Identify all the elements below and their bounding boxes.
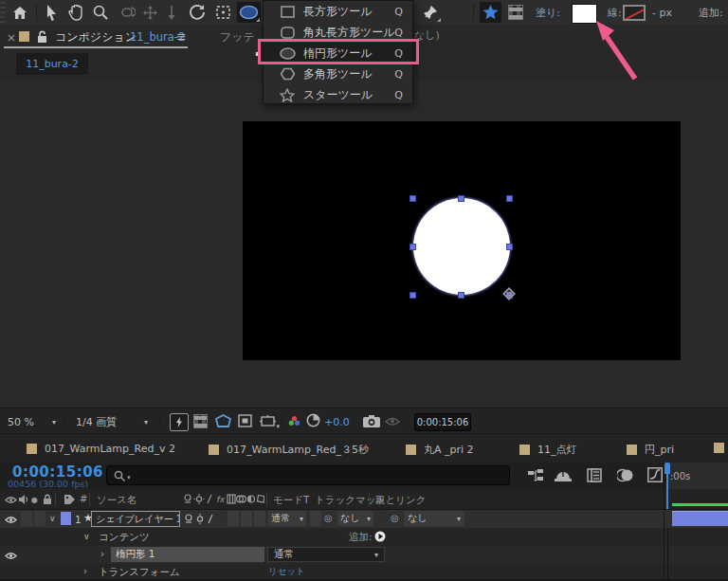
selection-tool-icon[interactable] xyxy=(42,3,61,22)
comp-tab[interactable]: 017_WarmLamp_Red_３5秒 xyxy=(209,443,369,457)
lock-column-icon[interactable] xyxy=(42,493,52,505)
preserve-transparency-column-label[interactable]: T xyxy=(303,495,309,505)
matte-pickwhip-icon[interactable]: ◎ xyxy=(324,514,333,523)
fill-label[interactable]: 塗り: xyxy=(536,8,560,18)
add-property-button[interactable] xyxy=(374,531,386,542)
create-mask-toggle[interactable] xyxy=(508,5,523,20)
comp-icon[interactable] xyxy=(714,443,724,453)
transform-reset-link[interactable]: リセット xyxy=(268,567,305,576)
transform-label[interactable]: トランスフォーム xyxy=(99,567,180,577)
motion-blur-icon[interactable] xyxy=(616,467,634,483)
guide-options-icon[interactable]: ▾ xyxy=(259,413,277,428)
add-label[interactable]: 追加: xyxy=(699,8,723,18)
ellipse-name-cell[interactable]: 楕円形 1 xyxy=(111,547,264,562)
ellipse-blend-mode-dropdown[interactable]: 通常▾ xyxy=(267,547,385,562)
frame-blend-icon[interactable] xyxy=(586,467,603,483)
show-snapshot-icon[interactable] xyxy=(384,414,401,427)
region-of-interest-icon[interactable] xyxy=(237,413,253,428)
layer-visibility-eye-icon[interactable] xyxy=(4,515,17,524)
transform-expand-chevron[interactable]: › xyxy=(83,567,87,576)
orbit-camera-tool-icon[interactable] xyxy=(118,4,136,21)
panel-title[interactable]: コンポジション xyxy=(55,31,136,43)
ellipse-expand-chevron[interactable]: › xyxy=(100,550,104,559)
mini-flowchart-icon[interactable] xyxy=(527,468,544,483)
parent-pickwhip-icon[interactable]: ◎ xyxy=(391,514,399,523)
unlock-icon[interactable] xyxy=(35,29,48,45)
handle-mid-right[interactable] xyxy=(506,244,513,250)
audio-cell[interactable] xyxy=(21,511,32,526)
comp-tab[interactable]: 円_pri xyxy=(627,443,674,457)
playhead-line[interactable] xyxy=(666,473,668,509)
source-name-column-label[interactable]: ソース名 xyxy=(97,495,137,505)
hand-tool-icon[interactable] xyxy=(65,3,86,22)
draft-3d-icon[interactable] xyxy=(554,467,573,483)
parent-link-column-label[interactable]: 親とリンク xyxy=(375,495,426,505)
number-column-label[interactable]: # xyxy=(80,495,87,504)
preserve-transparency-cell[interactable] xyxy=(310,511,321,526)
channel-select-icon[interactable] xyxy=(287,414,301,427)
layer-name-field[interactable]: シェイプレイヤー 1 xyxy=(91,511,180,527)
layer-label-color[interactable] xyxy=(61,512,71,525)
handle-top-right[interactable] xyxy=(506,195,513,202)
contents-expand-chevron[interactable]: ∨ xyxy=(83,533,90,541)
blend-mode-dropdown[interactable]: 通常▾ xyxy=(268,511,306,526)
solo-cell[interactable] xyxy=(34,511,46,526)
exposure-icon[interactable] xyxy=(305,412,321,428)
panel-grip[interactable] xyxy=(0,2,6,23)
solo-column-icon[interactable]: ● xyxy=(31,497,38,504)
home-icon[interactable] xyxy=(9,4,30,21)
ellipse-property-row[interactable]: › 楕円形 1 通常▾ xyxy=(0,546,728,564)
resolution-select[interactable]: 1/4 画質 xyxy=(76,417,117,427)
composition-viewer[interactable] xyxy=(0,81,728,408)
comp-nav-tab[interactable]: 11_bura-2 xyxy=(16,53,88,75)
handle-bottom-center[interactable] xyxy=(458,292,464,299)
pan-camera-tool-icon[interactable] xyxy=(140,4,159,21)
layer-duration-bar[interactable] xyxy=(672,511,728,526)
handle-top-left[interactable] xyxy=(410,195,416,202)
menu-item-star-tool[interactable]: スターツール Q xyxy=(264,84,412,105)
mask-visibility-icon[interactable] xyxy=(213,412,232,430)
audio-column-icon[interactable] xyxy=(17,493,29,505)
property-visibility-eye-icon[interactable] xyxy=(4,551,17,560)
fast-preview-icon[interactable] xyxy=(170,413,189,431)
snapshot-camera-icon[interactable] xyxy=(362,414,381,428)
transform-row[interactable]: › トランスフォーム リセット xyxy=(0,564,728,579)
composition-canvas[interactable] xyxy=(243,121,681,360)
rotation-tool-icon[interactable] xyxy=(188,3,207,22)
switch-cell[interactable] xyxy=(241,511,252,526)
transparency-grid-icon[interactable] xyxy=(193,414,208,428)
switch-cell[interactable] xyxy=(228,511,239,526)
graph-editor-icon[interactable] xyxy=(646,466,664,483)
shape-tool-button[interactable] xyxy=(237,2,261,23)
close-panel-icon[interactable]: × xyxy=(7,32,16,44)
menu-item-polygon-tool[interactable]: 多角形ツール Q xyxy=(264,64,412,84)
footage-tab[interactable]: フッテ xyxy=(220,31,255,43)
puppet-pin-tool-icon[interactable] xyxy=(420,2,441,23)
comp-tab[interactable]: 11_点灯 xyxy=(519,443,577,457)
preview-time-display[interactable]: 0:00:15:06 xyxy=(414,413,471,431)
zoom-tool-icon[interactable] xyxy=(91,3,110,22)
dolly-camera-tool-icon[interactable] xyxy=(163,4,180,21)
track-matte-dropdown[interactable]: なし▾ xyxy=(337,511,373,526)
comp-tab[interactable]: 丸A _pri 2 xyxy=(406,443,474,457)
layer-switches-icons[interactable] xyxy=(184,513,222,525)
comp-tab[interactable]: 017_WarmLamp_Red_v 2 xyxy=(27,443,175,455)
contents-label[interactable]: コンテンツ xyxy=(99,532,150,542)
handle-top-center[interactable] xyxy=(458,195,464,202)
contents-row[interactable]: ∨ コンテンツ 追加: xyxy=(0,528,728,546)
menu-item-rectangle-tool[interactable]: 長方形ツール Q xyxy=(264,1,412,22)
timeline-panel-divider[interactable] xyxy=(664,463,664,581)
ellipse-shape[interactable] xyxy=(413,198,510,295)
handle-bottom-left[interactable] xyxy=(410,292,416,299)
current-timecode[interactable]: 0:00:15:06 xyxy=(12,465,103,480)
create-shape-toggle[interactable] xyxy=(480,2,501,23)
switches-column-icons[interactable]: fx xyxy=(183,493,264,505)
layer-row[interactable]: ∨ 1 ★ シェイプレイヤー 1 通常▾ ◎ なし▾ ◎ なし▾ xyxy=(0,510,728,528)
layer-expand-chevron[interactable]: ∨ xyxy=(49,515,56,523)
mode-column-label[interactable]: モード xyxy=(273,495,303,505)
add-property-label[interactable]: 追加: xyxy=(349,532,373,542)
video-column-icon[interactable] xyxy=(4,495,17,504)
timeline-search-input[interactable]: ▾ xyxy=(106,465,510,485)
switch-cell[interactable] xyxy=(254,511,265,526)
handle-mid-left[interactable] xyxy=(410,244,416,250)
